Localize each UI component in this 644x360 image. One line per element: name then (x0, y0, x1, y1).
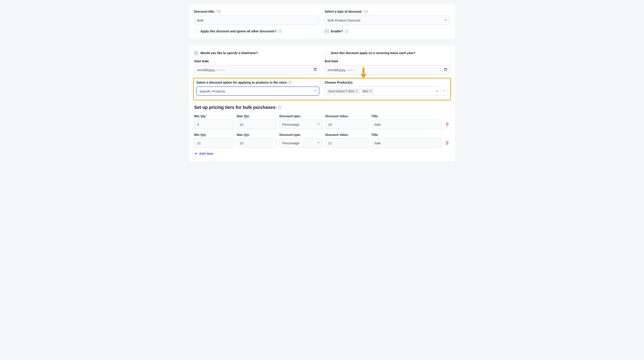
discount-option-select[interactable] (196, 86, 319, 96)
discount-option-label: Select a discount option for applying to… (196, 81, 319, 84)
info-icon[interactable]: i (278, 106, 282, 109)
start-date-label: Start Date (194, 59, 319, 63)
tier-min-input[interactable] (194, 138, 234, 148)
tag-remove-icon[interactable]: ✕ (356, 90, 358, 93)
divider (440, 89, 441, 93)
product-tag: Short Sleeve T-Shirt ✕ (327, 89, 360, 94)
tier-title-input[interactable] (371, 120, 442, 129)
discount-title-label: Discount title: * i (194, 10, 319, 13)
timeframe-checkbox[interactable] (194, 51, 198, 55)
discount-type-label: Select a type of discount: * i (325, 10, 450, 13)
product-tag-label: Short Sleeve T-Shirt (328, 90, 354, 93)
tier-type-select[interactable] (280, 120, 323, 129)
tier-max-label: Max Qty: (237, 114, 277, 118)
tier-value-label: Discount Value: (325, 114, 368, 118)
tiers-section-title: Set up pricing tiers for bulk purchases:… (194, 105, 450, 110)
delete-tier-button[interactable] (444, 120, 450, 129)
tier-title-label: Title: (371, 114, 442, 118)
recurring-label: Does this discount apply on a recurring … (331, 51, 415, 55)
delete-tier-button[interactable] (444, 138, 450, 148)
tier-row: Min Qty: Max Qty: Discount type: Discoun… (194, 133, 450, 148)
tier-row: Min Qty: Max Qty: Discount type: Discoun… (194, 114, 450, 129)
tag-remove-icon[interactable]: ✕ (369, 90, 372, 93)
info-icon[interactable]: i (278, 30, 282, 33)
end-date-label: End Date (325, 59, 450, 63)
highlighted-annotation-box: Select a discount option for applying to… (193, 78, 451, 100)
tier-min-label: Min Qty: (194, 133, 234, 137)
required-dot: * (216, 10, 217, 13)
enable-label: Enable? (331, 29, 343, 33)
tier-max-input[interactable] (237, 120, 277, 129)
discount-config-card: Would you like to specify a timeframe? D… (189, 46, 455, 162)
enable-checkbox[interactable] (325, 29, 329, 33)
product-tag: Belt ✕ (361, 89, 373, 94)
tier-max-label: Max Qty: (237, 133, 277, 137)
ignore-others-checkbox[interactable] (194, 29, 198, 33)
tier-title-label: Title: (371, 133, 442, 137)
plus-icon (194, 152, 198, 155)
trash-icon (445, 141, 449, 145)
choose-products-multiselect[interactable]: Short Sleeve T-Shirt ✕ Belt ✕ ✕ (325, 86, 448, 96)
tier-value-input[interactable] (325, 138, 368, 148)
recurring-checkbox[interactable] (325, 51, 329, 55)
tier-min-label: Min Qty: (194, 114, 234, 118)
clear-all-icon[interactable]: ✕ (436, 89, 439, 93)
svg-rect-4 (362, 67, 364, 74)
tier-title-input[interactable] (371, 138, 442, 148)
tier-type-select[interactable] (280, 138, 323, 148)
tier-max-input[interactable] (237, 138, 277, 148)
trash-icon (445, 122, 449, 126)
svg-rect-1 (314, 68, 316, 69)
tier-value-label: Discount Value: (325, 133, 368, 137)
timeframe-label: Would you like to specify a timeframe? (200, 51, 258, 55)
chevron-down-icon[interactable] (442, 89, 446, 93)
product-tag-label: Belt (363, 90, 368, 93)
tier-type-label: Discount type: (280, 114, 323, 118)
tier-value-input[interactable] (325, 120, 368, 129)
tier-min-input[interactable] (194, 120, 234, 129)
arrow-down-annotation-icon (360, 67, 366, 79)
tier-type-label: Discount type: (280, 133, 323, 137)
discount-type-select[interactable] (325, 15, 450, 25)
start-date-input[interactable] (194, 65, 319, 74)
discount-title-input[interactable] (194, 15, 319, 25)
add-new-tier-button[interactable]: Add New (194, 152, 213, 155)
end-date-input[interactable] (325, 65, 450, 74)
info-icon[interactable]: i (288, 81, 292, 84)
ignore-others-label: Apply this discount and ignore all other… (200, 29, 276, 33)
info-icon[interactable]: i (345, 30, 348, 33)
choose-products-label: Choose Product(s) (325, 81, 448, 84)
required-dot: * (363, 10, 364, 13)
calendar-icon[interactable] (314, 68, 317, 72)
info-icon[interactable]: i (365, 10, 368, 13)
svg-rect-3 (444, 68, 447, 69)
discount-header-card: Discount title: * i Select a type of dis… (189, 4, 455, 38)
calendar-icon[interactable] (444, 68, 447, 72)
info-icon[interactable]: i (218, 10, 221, 13)
